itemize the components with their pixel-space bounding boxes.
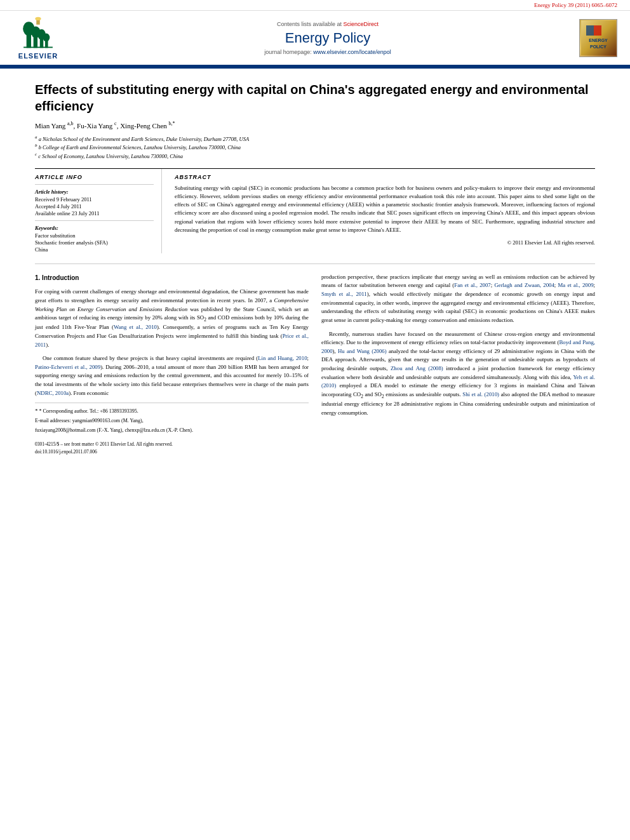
sciencedirect-link[interactable]: ScienceDirect xyxy=(344,21,379,27)
article-info-title: ARTICLE INFO xyxy=(35,174,154,180)
elsevier-tree-icon xyxy=(19,16,57,51)
ref-patino2009[interactable]: Patino-Echeverri et al., 2009 xyxy=(35,364,100,370)
bottom-info: 0301-4215/$ – see front matter © 2011 El… xyxy=(35,441,309,455)
keywords-label: Keywords: xyxy=(35,225,154,231)
sciencedirect-line: Contents lists available at ScienceDirec… xyxy=(76,21,579,27)
affiliation-c: c c School of Economy, Lanzhou Universit… xyxy=(35,152,595,161)
energy-policy-badge-icon: ENERGY POLICY xyxy=(581,20,616,55)
elsevier-text: ELSEVIER xyxy=(18,52,58,60)
journal-center-header: Contents lists available at ScienceDirec… xyxy=(76,21,579,55)
body-para-4: Recently, numerous studies have focused … xyxy=(321,330,595,418)
body-col-left: 1. Introduction For coping with current … xyxy=(35,273,309,455)
keyword-3: China xyxy=(35,246,154,253)
svg-rect-13 xyxy=(594,25,601,36)
footnotes: * * Corresponding author. Tel.: +86 1389… xyxy=(35,403,309,434)
body-col-right: production perspective, these practices … xyxy=(321,273,595,455)
elsevier-logo: ELSEVIER xyxy=(13,16,64,60)
ref-zhou2008[interactable]: Zhou and Ang (2008) xyxy=(391,365,443,371)
abstract-title: ABSTRACT xyxy=(175,174,595,180)
footnote-email2: fuxiayang2008@hotmail.com (F.-X. Yang), … xyxy=(35,427,309,434)
author-sup-c: c xyxy=(114,121,117,126)
footnote-asterisk: * * Corresponding author. Tel.: +86 1389… xyxy=(35,407,309,416)
ref-yeh2010[interactable]: Yeh et al. (2010) xyxy=(321,374,595,389)
main-content: Effects of substituting energy with capi… xyxy=(0,69,630,468)
doi-line: doi:10.1016/j.enpol.2011.07.006 xyxy=(35,448,173,456)
received-date: Received 9 February 2011 xyxy=(35,196,154,203)
ref-gerlagh2004[interactable]: Gerlagh and Zwaan, 2004 xyxy=(494,282,554,288)
keyword-1: Factor substitution xyxy=(35,232,154,239)
ref-ma2009[interactable]: Ma et al., 2009 xyxy=(558,282,594,288)
section1-heading: 1. Introduction xyxy=(35,273,309,283)
svg-point-10 xyxy=(35,17,41,20)
body-divider xyxy=(35,263,595,264)
homepage-line: journal homepage: www.elsevier.com/locat… xyxy=(76,49,579,55)
affiliation-a: a a Nicholas School of the Environment a… xyxy=(35,135,595,143)
ref-shi2010[interactable]: Shi et al. (2010) xyxy=(462,391,499,397)
body-columns: 1. Introduction For coping with current … xyxy=(35,273,595,455)
article-title: Effects of substituting energy with capi… xyxy=(35,81,595,114)
author-sup-b: b,* xyxy=(169,121,175,126)
info-divider-2 xyxy=(35,220,154,221)
authors-line: Mian Yang a,b, Fu-Xia Yang c, Xing-Peng … xyxy=(35,121,595,130)
keyword-2: Stochastic frontier analysis (SFA) xyxy=(35,239,154,246)
journal-header: ELSEVIER Contents lists available at Sci… xyxy=(0,11,630,66)
journal-title-display: Energy Policy xyxy=(76,30,579,46)
journal-badge: ENERGY POLICY xyxy=(579,19,617,57)
ref-smyth2011[interactable]: Smyth et al., 2011 xyxy=(321,291,367,297)
issn-doi: 0301-4215/$ – see front matter © 2011 El… xyxy=(35,441,173,455)
body-para-3: production perspective, these practices … xyxy=(321,273,595,325)
affiliations: a a Nicholas School of the Environment a… xyxy=(35,135,595,161)
ref-wang2010[interactable]: Wang et al., 2010 xyxy=(114,324,157,330)
svg-rect-8 xyxy=(23,47,53,48)
svg-rect-2 xyxy=(34,36,37,48)
abstract-text: Substituting energy with capital (SEC) i… xyxy=(175,184,595,234)
copyright-line: © 2011 Elsevier Ltd. All rights reserved… xyxy=(175,239,595,246)
footnote-email-label: E-mail addresses: yangmian9090163.com (M… xyxy=(35,417,309,425)
ref-lin2010[interactable]: Lin and Huang, 2010 xyxy=(258,355,307,361)
history-label: Article history: xyxy=(35,189,154,195)
accepted-date: Accepted 4 July 2011 xyxy=(35,203,154,210)
affiliation-b: b b College of Earth and Environmental S… xyxy=(35,143,595,152)
svg-rect-12 xyxy=(586,25,594,36)
info-divider-1 xyxy=(35,184,154,185)
svg-text:POLICY: POLICY xyxy=(589,44,606,49)
svg-text:ENERGY: ENERGY xyxy=(589,38,608,43)
body-para-1: For coping with current challenges of en… xyxy=(35,288,309,349)
body-para-2: One common feature shared by these proje… xyxy=(35,354,309,397)
ref-hu2006[interactable]: Hu and Wang (2006) xyxy=(338,348,387,354)
homepage-link[interactable]: www.elsevier.com/locate/enpol xyxy=(313,49,391,55)
abstract-panel: ABSTRACT Substituting energy with capita… xyxy=(175,169,595,253)
citation-bar: Energy Policy 39 (2011) 6065–6072 xyxy=(0,0,630,11)
ref-fan2007[interactable]: Fan et al., 2007 xyxy=(454,282,491,288)
online-date: Available online 23 July 2011 xyxy=(35,210,154,217)
article-info-panel: ARTICLE INFO Article history: Received 9… xyxy=(35,169,162,253)
issn-line: 0301-4215/$ – see front matter © 2011 El… xyxy=(35,441,173,448)
author-sup-a: a,b xyxy=(67,121,74,126)
info-abstract-section: ARTICLE INFO Article history: Received 9… xyxy=(35,168,595,253)
citation-text: Energy Policy 39 (2011) 6065–6072 xyxy=(534,2,617,8)
svg-point-7 xyxy=(43,34,50,42)
ref-price2011[interactable]: Price et al., 2011 xyxy=(35,333,309,348)
ref-ndrc2010a[interactable]: NDRC, 2010a xyxy=(37,390,69,396)
